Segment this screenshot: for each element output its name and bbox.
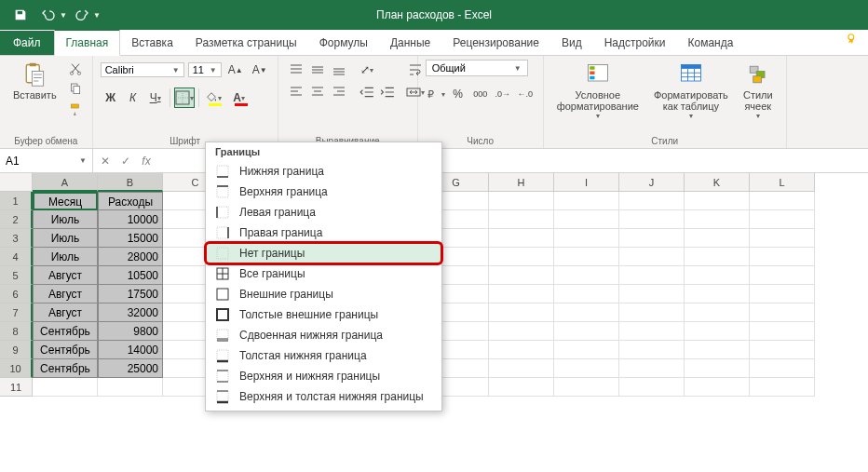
tab-view[interactable]: Вид xyxy=(550,31,593,55)
cell[interactable] xyxy=(489,285,554,303)
name-box[interactable]: A1▼ xyxy=(0,149,93,172)
column-header[interactable]: L xyxy=(750,173,815,192)
borders-menu-item[interactable]: Левая граница xyxy=(206,202,441,223)
cell[interactable]: 14000 xyxy=(98,341,163,359)
row-header[interactable]: 4 xyxy=(0,248,33,266)
cell[interactable] xyxy=(98,378,163,397)
row-header[interactable]: 1 xyxy=(0,192,33,210)
tab-data[interactable]: Данные xyxy=(379,31,441,55)
tab-addins[interactable]: Надстройки xyxy=(593,31,677,55)
cell[interactable] xyxy=(554,322,619,341)
select-all-corner[interactable] xyxy=(0,173,33,192)
cell[interactable]: Июль xyxy=(33,210,98,229)
cell[interactable] xyxy=(619,322,685,341)
cell[interactable] xyxy=(489,248,554,266)
cell[interactable] xyxy=(554,210,619,229)
cell[interactable] xyxy=(685,248,750,266)
borders-button[interactable]: ▾ xyxy=(174,88,195,108)
cut-button[interactable] xyxy=(66,60,85,78)
cell[interactable] xyxy=(554,359,619,378)
column-header[interactable]: K xyxy=(685,173,750,192)
row-header[interactable]: 3 xyxy=(0,229,33,248)
borders-menu-item[interactable]: Верхняя граница xyxy=(206,182,441,202)
row-header[interactable]: 9 xyxy=(0,341,33,359)
cell[interactable]: Август xyxy=(33,303,98,322)
column-header[interactable]: B xyxy=(98,173,163,192)
tab-file[interactable]: Файл xyxy=(0,31,54,55)
format-painter-button[interactable] xyxy=(66,101,85,119)
cell[interactable] xyxy=(685,303,750,322)
tab-team[interactable]: Команда xyxy=(677,31,745,55)
cell[interactable] xyxy=(750,210,815,229)
cell[interactable]: Расходы xyxy=(98,192,163,210)
row-header[interactable]: 6 xyxy=(0,285,33,303)
cell[interactable] xyxy=(685,378,750,397)
redo-button[interactable] xyxy=(69,2,95,28)
cell[interactable]: 17500 xyxy=(98,285,163,303)
cell[interactable] xyxy=(685,359,750,378)
cell[interactable]: 25000 xyxy=(98,359,163,378)
cell[interactable]: Месяц xyxy=(33,192,98,210)
cell[interactable] xyxy=(554,285,619,303)
cell[interactable] xyxy=(750,266,815,285)
percent-format-button[interactable]: % xyxy=(448,84,468,104)
borders-menu-item[interactable]: Все границы xyxy=(206,263,441,284)
cell[interactable] xyxy=(750,341,815,359)
cell[interactable] xyxy=(619,378,685,397)
decrease-indent-button[interactable] xyxy=(357,82,377,102)
cell-styles-button[interactable]: Стили ячеек▾ xyxy=(738,60,779,122)
borders-menu-item[interactable]: Внешние границы xyxy=(206,284,441,304)
cell[interactable]: 28000 xyxy=(98,248,163,266)
italic-button[interactable]: К xyxy=(123,88,143,108)
cell[interactable] xyxy=(685,322,750,341)
cell[interactable] xyxy=(619,359,685,378)
tell-me-icon[interactable] xyxy=(836,27,868,55)
save-button[interactable] xyxy=(7,2,34,28)
cell[interactable]: Июль xyxy=(33,248,98,266)
tab-insert[interactable]: Вставка xyxy=(120,31,184,55)
fx-icon[interactable]: fx xyxy=(138,155,155,168)
column-header[interactable]: A xyxy=(33,173,98,192)
borders-menu-item[interactable]: Верхняя и толстая нижняя границы xyxy=(206,386,441,407)
align-right-button[interactable] xyxy=(329,81,349,101)
cell[interactable] xyxy=(685,266,750,285)
cell[interactable] xyxy=(489,378,554,397)
decrease-font-button[interactable]: A▼ xyxy=(250,60,270,80)
cell[interactable] xyxy=(750,192,815,210)
cell[interactable] xyxy=(619,229,685,248)
cell[interactable] xyxy=(619,192,685,210)
cell[interactable] xyxy=(554,378,619,397)
undo-dropdown-icon[interactable]: ▼ xyxy=(60,11,67,20)
borders-menu-item[interactable]: Нижняя граница xyxy=(206,161,441,182)
row-header[interactable]: 5 xyxy=(0,266,33,285)
number-format-combo[interactable]: Общий▼ xyxy=(426,60,528,76)
cell[interactable] xyxy=(33,378,98,397)
tab-review[interactable]: Рецензирование xyxy=(441,31,550,55)
borders-menu-item[interactable]: Верхняя и нижняя границы xyxy=(206,366,441,386)
cell[interactable] xyxy=(685,210,750,229)
cell[interactable] xyxy=(619,341,685,359)
cell[interactable] xyxy=(619,285,685,303)
cell[interactable] xyxy=(685,192,750,210)
align-left-button[interactable] xyxy=(286,81,306,101)
cancel-formula-icon[interactable]: ✕ xyxy=(97,155,114,168)
cell[interactable] xyxy=(489,359,554,378)
tab-formulas[interactable]: Формулы xyxy=(308,31,379,55)
cell[interactable]: 9800 xyxy=(98,322,163,341)
align-top-button[interactable] xyxy=(286,60,306,80)
conditional-formatting-button[interactable]: Условное форматирование▾ xyxy=(551,60,644,122)
cell[interactable] xyxy=(685,229,750,248)
cell[interactable] xyxy=(750,322,815,341)
cell[interactable] xyxy=(554,341,619,359)
cell[interactable] xyxy=(750,303,815,322)
column-header[interactable]: J xyxy=(619,173,685,192)
qat-customize-icon[interactable]: ▼ xyxy=(93,11,101,20)
orientation-button[interactable]: ⤢▾ xyxy=(357,60,377,80)
copy-button[interactable] xyxy=(66,80,85,99)
row-header[interactable]: 7 xyxy=(0,303,33,322)
cell[interactable] xyxy=(554,248,619,266)
cell[interactable] xyxy=(750,248,815,266)
cell[interactable]: 10000 xyxy=(98,210,163,229)
cell[interactable] xyxy=(554,303,619,322)
cell[interactable] xyxy=(685,341,750,359)
